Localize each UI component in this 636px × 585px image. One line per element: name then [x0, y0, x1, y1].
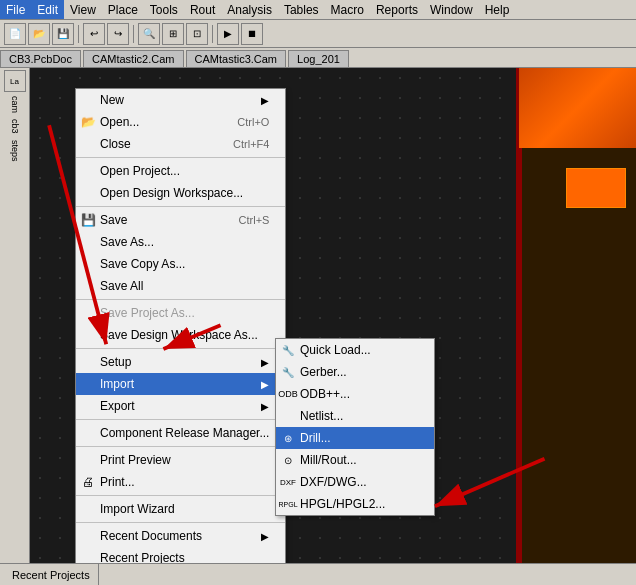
menu-help[interactable]: Help: [479, 0, 516, 19]
menu-window[interactable]: Window: [424, 0, 479, 19]
sep-3: [76, 299, 285, 300]
sidebar-layers[interactable]: La: [4, 70, 26, 92]
menu-item-recent-projects-label: Recent Projects: [100, 551, 185, 563]
submenu-odb[interactable]: ODB ODB++...: [276, 383, 434, 405]
print-icon: 🖨: [80, 474, 96, 490]
menu-item-import-label: Import: [100, 377, 134, 391]
sep-5: [76, 419, 285, 420]
toolbar: 📄 📂 💾 ↩ ↪ 🔍 ⊞ ⊡ ▶ ⏹: [0, 20, 636, 48]
open-shortcut: Ctrl+O: [237, 116, 269, 128]
menu-item-save-label: Save: [100, 213, 127, 227]
toolbar-run[interactable]: ▶: [217, 23, 239, 45]
toolbar-stop[interactable]: ⏹: [241, 23, 263, 45]
submenu-hpgl-label: HPGL/HPGL2...: [300, 497, 385, 511]
sep-6: [76, 446, 285, 447]
submenu-drill-label: Drill...: [300, 431, 331, 445]
menu-edit[interactable]: Edit: [31, 0, 64, 19]
menu-item-export[interactable]: Export ▶: [76, 395, 285, 417]
menu-item-save-project-label: Save Project As...: [100, 306, 195, 320]
toolbar-fit[interactable]: ⊞: [162, 23, 184, 45]
menu-item-recent-projects[interactable]: Recent Projects: [76, 547, 285, 563]
sep-7: [76, 495, 285, 496]
sidebar-cb3-label: cb3: [10, 117, 20, 136]
tab-camtastic2[interactable]: CAMtastic2.Cam: [83, 50, 184, 67]
submenu-hpgl[interactable]: RPGL HPGL/HPGL2...: [276, 493, 434, 515]
toolbar-grid[interactable]: ⊡: [186, 23, 208, 45]
submenu-netlist-label: Netlist...: [300, 409, 343, 423]
menu-item-print-preview-label: Print Preview: [100, 453, 171, 467]
tab-camtastic3[interactable]: CAMtastic3.Cam: [186, 50, 287, 67]
menu-item-recent-docs[interactable]: Recent Documents ▶: [76, 525, 285, 547]
import-arrow: ▶: [261, 379, 269, 390]
menu-macro[interactable]: Macro: [325, 0, 370, 19]
toolbar-save[interactable]: 💾: [52, 23, 74, 45]
toolbar-open[interactable]: 📂: [28, 23, 50, 45]
menu-item-new-label: New: [100, 93, 124, 107]
submenu-gerber[interactable]: 🔧 Gerber...: [276, 361, 434, 383]
menu-item-print-preview[interactable]: Print Preview: [76, 449, 285, 471]
import-submenu: 🔧 Quick Load... 🔧 Gerber... ODB ODB++...…: [275, 338, 435, 516]
menu-item-save-copy[interactable]: Save Copy As...: [76, 253, 285, 275]
tabbar: CB3.PcbDoc CAMtastic2.Cam CAMtastic3.Cam…: [0, 48, 636, 68]
menu-item-close[interactable]: Close Ctrl+F4: [76, 133, 285, 155]
toolbar-zoom[interactable]: 🔍: [138, 23, 160, 45]
submenu-mill-rout[interactable]: ⊙ Mill/Rout...: [276, 449, 434, 471]
recent-projects-label: Recent Projects: [12, 569, 90, 581]
menu-item-import-wizard[interactable]: Import Wizard: [76, 498, 285, 520]
menu-item-save-all[interactable]: Save All: [76, 275, 285, 297]
menu-item-import-wizard-label: Import Wizard: [100, 502, 175, 516]
menu-item-open-workspace[interactable]: Open Design Workspace...: [76, 182, 285, 204]
toolbar-sep3: [212, 25, 213, 43]
submenu-netlist[interactable]: Netlist...: [276, 405, 434, 427]
menu-item-component-release[interactable]: Component Release Manager...: [76, 422, 285, 444]
menu-item-setup-label: Setup: [100, 355, 131, 369]
menu-item-open-project[interactable]: Open Project...: [76, 160, 285, 182]
menu-view[interactable]: View: [64, 0, 102, 19]
tab-cb3[interactable]: CB3.PcbDoc: [0, 50, 81, 67]
menu-item-new[interactable]: New ▶: [76, 89, 285, 111]
sidebar-cam-label: cam: [10, 94, 20, 115]
menu-item-setup[interactable]: Setup ▶: [76, 351, 285, 373]
menu-rout[interactable]: Rout: [184, 0, 221, 19]
menu-file[interactable]: File: [0, 0, 31, 19]
save-shortcut: Ctrl+S: [239, 214, 270, 226]
import-submenu-container: 🔧 Quick Load... 🔧 Gerber... ODB ODB++...…: [275, 338, 435, 516]
toolbar-undo[interactable]: ↩: [83, 23, 105, 45]
menu-reports[interactable]: Reports: [370, 0, 424, 19]
menu-item-save-workspace[interactable]: Save Design Workspace As...: [76, 324, 285, 346]
submenu-quick-load[interactable]: 🔧 Quick Load...: [276, 339, 434, 361]
menu-place[interactable]: Place: [102, 0, 144, 19]
menubar: File Edit View Place Tools Rout Analysis…: [0, 0, 636, 20]
sidebar-steps-label: steps: [10, 138, 20, 164]
mill-icon: ⊙: [280, 452, 296, 468]
new-arrow: ▶: [261, 95, 269, 106]
submenu-dxf[interactable]: DXF DXF/DWG...: [276, 471, 434, 493]
menu-tools[interactable]: Tools: [144, 0, 184, 19]
menu-item-open[interactable]: 📂 Open... Ctrl+O: [76, 111, 285, 133]
submenu-drill[interactable]: ⊛ Drill...: [276, 427, 434, 449]
menu-item-print-label: Print...: [100, 475, 135, 489]
menu-item-open-workspace-label: Open Design Workspace...: [100, 186, 243, 200]
menu-item-recent-docs-label: Recent Documents: [100, 529, 202, 543]
menu-item-save-as[interactable]: Save As...: [76, 231, 285, 253]
menu-item-import[interactable]: Import ▶: [76, 373, 285, 395]
odb-icon: ODB: [280, 386, 296, 402]
submenu-dxf-label: DXF/DWG...: [300, 475, 367, 489]
toolbar-new[interactable]: 📄: [4, 23, 26, 45]
menu-item-print[interactable]: 🖨 Print...: [76, 471, 285, 493]
export-arrow: ▶: [261, 401, 269, 412]
menu-item-save[interactable]: 💾 Save Ctrl+S: [76, 209, 285, 231]
menu-analysis[interactable]: Analysis: [221, 0, 278, 19]
sep-2: [76, 206, 285, 207]
submenu-quick-load-label: Quick Load...: [300, 343, 371, 357]
quick-load-icon: 🔧: [280, 342, 296, 358]
toolbar-sep2: [133, 25, 134, 43]
toolbar-sep1: [78, 25, 79, 43]
menu-tables[interactable]: Tables: [278, 0, 325, 19]
main-content: La cam cb3 steps New ▶: [0, 68, 636, 563]
sep-8: [76, 522, 285, 523]
dxf-icon: DXF: [280, 474, 296, 490]
toolbar-redo[interactable]: ↪: [107, 23, 129, 45]
tab-log[interactable]: Log_201: [288, 50, 349, 67]
pcb-component-1: [566, 168, 626, 208]
